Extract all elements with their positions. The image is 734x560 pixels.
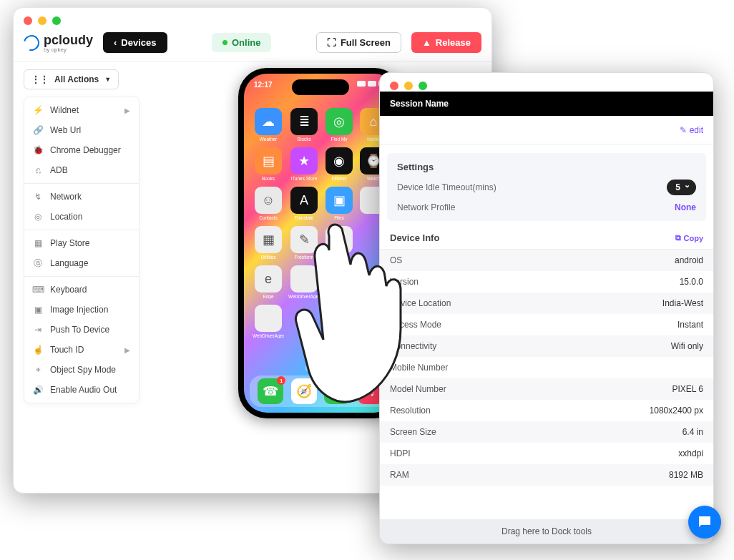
copy-icon: ⧉ — [675, 233, 681, 242]
touch-icon: ☝ — [33, 345, 43, 355]
sidebar-item-touch-id[interactable]: ☝ Touch ID ▶ — [24, 340, 139, 360]
sidebar-item-label: Location — [50, 212, 82, 222]
edit-session-button[interactable]: ✎ edit — [680, 125, 703, 135]
info-row-os: OSandroid — [380, 250, 713, 271]
sidebar-item-adb[interactable]: ⎌ ADB — [24, 160, 139, 180]
sidebar-item-web-url[interactable]: 🔗 Web Url — [24, 120, 139, 140]
info-row-version: Version15.0.0 — [380, 271, 713, 293]
info-key: OS — [390, 255, 402, 265]
sidebar-item-label: Chrome Debugger — [50, 145, 121, 155]
sidebar-item-image-injection[interactable]: ▣ Image Injection — [24, 300, 139, 320]
info-key: Device Location — [390, 298, 451, 308]
search-pill[interactable]: Search — [305, 363, 336, 373]
info-row-resolution: Resolution1080x2400 px — [380, 400, 713, 421]
info-value: India-West — [662, 298, 703, 308]
idle-timeout-select[interactable]: 5 — [667, 180, 696, 195]
info-key: RAM — [390, 470, 409, 480]
all-actions-dropdown[interactable]: ⋮⋮ All Actions ▼ — [24, 69, 119, 89]
app-stocks[interactable]: ≣ Stocks — [288, 108, 320, 142]
phone-screen[interactable]: 12:17 ☁ Weather≣ Stocks◎ Find My⌂ Home▤ … — [244, 74, 397, 413]
spy-icon: ⌖ — [33, 365, 43, 375]
network-icon: ↯ — [33, 192, 43, 202]
badge: 673 — [340, 376, 353, 385]
app-fitness[interactable]: ◉ Fitness — [324, 147, 354, 181]
app-webdriveragen-[interactable]: WebDriverAgen... — [288, 265, 320, 299]
network-profile-value[interactable]: None — [675, 202, 696, 212]
sidebar-item-label: Object Spy Mode — [50, 365, 116, 375]
info-row-device-location: Device LocationIndia-West — [380, 293, 713, 314]
app-find-my[interactable]: ◎ Find My — [324, 108, 354, 142]
chat-button[interactable] — [688, 506, 721, 539]
sidebar-item-object-spy-mode[interactable]: ⌖ Object Spy Mode — [24, 360, 139, 380]
info-value: 8192 MB — [669, 470, 703, 480]
panel-window-controls — [380, 73, 713, 92]
edit-icon: ✎ — [680, 125, 687, 135]
info-key: Access Mode — [390, 320, 441, 330]
fullscreen-button[interactable]: ⛶ Full Screen — [316, 32, 401, 53]
sidebar-item-enable-audio-out[interactable]: 🔊 Enable Audio Out — [24, 380, 139, 400]
app-app-s-[interactable]: ▣ App S... — [324, 226, 354, 260]
info-value: 1080x2400 px — [650, 406, 703, 416]
info-key: Mobile Number — [390, 363, 448, 373]
device-info-title: Device Info — [390, 232, 439, 243]
app-webdriveragen-[interactable]: WebDriverAgen... — [253, 305, 284, 338]
sidebar-item-wildnet[interactable]: ⚡ Wildnet ▶ — [24, 100, 139, 120]
maximize-icon[interactable] — [419, 82, 427, 90]
info-key: Version — [390, 277, 419, 287]
sidebar-item-label: Touch ID — [50, 345, 84, 355]
app-freeform[interactable]: ✎ Freeform — [288, 226, 320, 260]
sidebar-item-label: Push To Device — [50, 325, 109, 335]
app-books[interactable]: ▤ Books — [253, 147, 284, 181]
phone-notch — [292, 79, 349, 95]
info-value: xxhdpi — [678, 448, 703, 458]
app-weather[interactable]: ☁ Weather — [253, 108, 284, 142]
session-name-header: Session Name — [380, 92, 713, 116]
info-value: 15.0.0 — [680, 277, 703, 287]
close-icon[interactable] — [390, 82, 398, 90]
phone-dock: ☎1🧭💬673♫1 — [250, 375, 391, 407]
sidebar-item-language[interactable]: ⓐ Language — [24, 253, 139, 273]
dock-app[interactable]: ☎1 — [258, 378, 283, 404]
chevron-left-icon: ‹ — [114, 37, 117, 48]
info-panel: Session Name ✎ edit Settings Device Idle… — [379, 72, 714, 544]
app-files[interactable]: ▣ Files — [324, 187, 354, 220]
audio-icon: 🔊 — [33, 385, 43, 395]
app-itunes-store[interactable]: ★ iTunes Store — [288, 147, 320, 181]
language-icon: ⓐ — [33, 258, 43, 268]
sidebar-item-chrome-debugger[interactable]: 🐞 Chrome Debugger — [24, 140, 139, 160]
window-controls — [14, 8, 491, 26]
app-contacts[interactable]: ☺ Contacts — [253, 187, 284, 220]
copy-button[interactable]: ⧉ Copy — [675, 233, 704, 242]
info-row-access-mode: Access ModeInstant — [380, 314, 713, 335]
badge: 1 — [277, 376, 285, 385]
app-translate[interactable]: A Translate — [288, 187, 320, 220]
brand-name: pcloudy — [44, 33, 93, 48]
app-edge[interactable]: e Edge — [253, 265, 284, 299]
devices-button[interactable]: ‹ Devices — [103, 32, 167, 53]
settings-block: Settings Device Idle Timeout(mins) 5 Net… — [387, 153, 706, 221]
sidebar-item-play-store[interactable]: ▦ Play Store — [24, 233, 139, 253]
maximize-icon[interactable] — [52, 16, 61, 25]
app-utilities[interactable]: ▦ Utilities — [253, 226, 284, 260]
sidebar-item-network[interactable]: ↯ Network — [24, 187, 139, 207]
eject-icon: ▲ — [422, 37, 431, 48]
info-value: Instant — [677, 320, 703, 330]
status-online: Online — [212, 33, 271, 52]
minimize-icon[interactable] — [38, 16, 47, 25]
close-icon[interactable] — [24, 16, 32, 25]
minimize-icon[interactable] — [404, 82, 413, 90]
sidebar-item-location[interactable]: ◎ Location — [24, 207, 139, 227]
store-icon: ▦ — [33, 238, 43, 248]
app-mediaclient[interactable]: MediaClient — [324, 265, 354, 299]
dock-footer[interactable]: Drag here to Dock tools — [380, 519, 713, 544]
dock-app[interactable]: 💬673 — [324, 378, 350, 404]
keyboard-icon: ⌨ — [33, 285, 43, 295]
expand-icon: ⛶ — [327, 37, 336, 48]
release-button[interactable]: ▲ Release — [411, 32, 481, 53]
dock-app[interactable]: 🧭 — [291, 378, 317, 404]
push-icon: ⇥ — [33, 325, 43, 335]
info-key: HDPI — [390, 448, 411, 458]
sidebar-item-push-to-device[interactable]: ⇥ Push To Device — [24, 320, 139, 340]
grid-icon: ⋮⋮ — [31, 74, 49, 84]
sidebar-item-keyboard[interactable]: ⌨ Keyboard — [24, 280, 139, 300]
